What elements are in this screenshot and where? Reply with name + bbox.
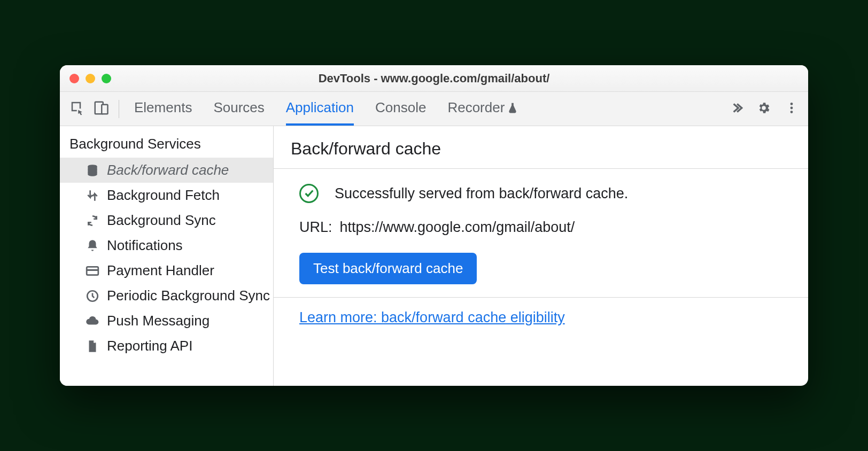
sidebar-item-label: Background Fetch	[107, 187, 220, 204]
window-title: DevTools - www.google.com/gmail/about/	[60, 72, 808, 85]
learn-more-link[interactable]: Learn more: back/forward cache eligibili…	[299, 309, 565, 325]
sidebar-item-notifications[interactable]: Notifications	[60, 233, 273, 258]
database-icon	[86, 164, 99, 177]
more-tabs-icon[interactable]	[729, 101, 743, 117]
sidebar-section-header: Background Services	[60, 126, 273, 158]
window-titlebar: DevTools - www.google.com/gmail/about/	[60, 65, 808, 92]
main-tabs: Elements Sources Application Console Rec…	[134, 92, 719, 126]
sidebar-item-label: Push Messaging	[107, 313, 210, 329]
transfer-icon	[86, 189, 99, 203]
sidebar-item-bfcache[interactable]: Back/forward cache	[60, 158, 273, 183]
content-area: Background Services Back/forward cache B…	[60, 126, 808, 386]
sidebar-item-label: Reporting API	[107, 338, 192, 354]
panel-title: Back/forward cache	[274, 126, 808, 169]
url-label: URL:	[299, 219, 332, 236]
sidebar-item-reporting-api[interactable]: Reporting API	[60, 333, 273, 359]
bell-icon	[86, 239, 99, 253]
sidebar-item-label: Notifications	[107, 237, 183, 254]
sync-icon	[86, 214, 99, 228]
flask-icon	[507, 102, 518, 114]
settings-icon[interactable]	[757, 101, 771, 117]
url-row: URL: https://www.google.com/gmail/about/	[299, 219, 782, 236]
svg-point-3	[790, 106, 793, 109]
tab-elements[interactable]: Elements	[134, 92, 192, 126]
svg-point-4	[790, 111, 793, 113]
inspect-element-icon[interactable]	[69, 100, 86, 118]
tab-console[interactable]: Console	[375, 92, 426, 126]
status-row: Successfully served from back/forward ca…	[299, 184, 782, 203]
test-bfcache-button[interactable]: Test back/forward cache	[299, 253, 477, 284]
svg-point-2	[790, 103, 793, 105]
sidebar-item-periodic-bg-sync[interactable]: Periodic Background Sync	[60, 283, 273, 308]
tab-recorder-label: Recorder	[447, 99, 505, 116]
clock-icon	[86, 289, 99, 303]
tab-recorder[interactable]: Recorder	[447, 92, 518, 126]
minimize-window-button[interactable]	[86, 74, 95, 83]
result-area: Successfully served from back/forward ca…	[274, 169, 808, 298]
close-window-button[interactable]	[69, 74, 79, 83]
sidebar-item-label: Background Sync	[107, 212, 216, 229]
sidebar-item-push-messaging[interactable]: Push Messaging	[60, 308, 273, 333]
zoom-window-button[interactable]	[102, 74, 111, 83]
svg-rect-7	[87, 269, 98, 270]
main-panel: Back/forward cache Successfully served f…	[274, 126, 808, 386]
sidebar-item-label: Back/forward cache	[107, 162, 229, 178]
sidebar-item-background-fetch[interactable]: Background Fetch	[60, 183, 273, 208]
success-check-icon	[299, 184, 319, 203]
sidebar-item-label: Payment Handler	[107, 262, 214, 279]
toolbar-left-group	[69, 100, 119, 118]
status-message: Successfully served from back/forward ca…	[335, 185, 628, 202]
sidebar-item-payment-handler[interactable]: Payment Handler	[60, 258, 273, 283]
devtools-toolbar: Elements Sources Application Console Rec…	[60, 92, 808, 126]
kebab-menu-icon[interactable]	[785, 101, 799, 117]
sidebar-item-label: Periodic Background Sync	[107, 287, 270, 304]
tab-application[interactable]: Application	[286, 92, 354, 126]
sidebar-item-background-sync[interactable]: Background Sync	[60, 208, 273, 233]
device-toolbar-icon[interactable]	[93, 100, 109, 118]
url-value: https://www.google.com/gmail/about/	[340, 219, 575, 236]
credit-card-icon	[86, 264, 99, 278]
devtools-window: DevTools - www.google.com/gmail/about/ E…	[60, 65, 808, 386]
tab-sources[interactable]: Sources	[213, 92, 264, 126]
window-controls	[69, 74, 111, 83]
cloud-icon	[86, 314, 99, 328]
svg-rect-1	[102, 104, 107, 114]
link-area: Learn more: back/forward cache eligibili…	[274, 298, 808, 338]
document-icon	[86, 339, 99, 353]
sidebar: Background Services Back/forward cache B…	[60, 126, 274, 386]
toolbar-right-group	[729, 101, 799, 117]
